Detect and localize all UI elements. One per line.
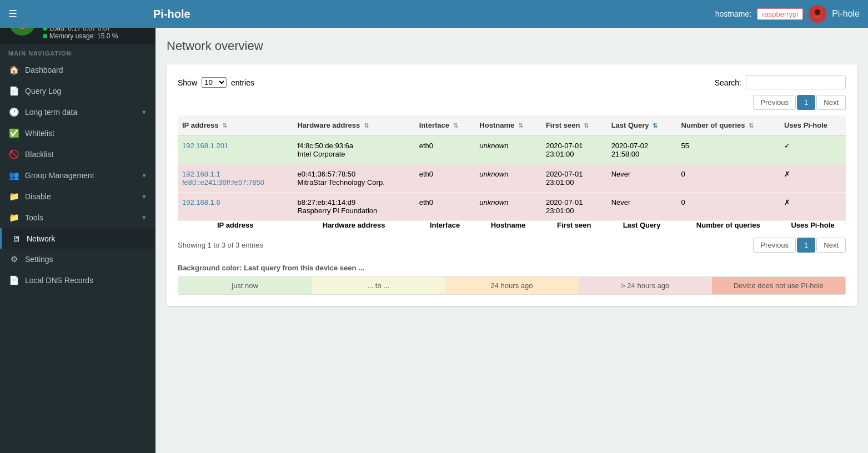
footer-col-numqueries: Number of queries <box>677 221 780 230</box>
nav-left: ☰ Pi-hole <box>8 8 190 21</box>
sidebar-item-querylog[interactable]: 📄 Query Log <box>0 80 155 102</box>
pihole-logo <box>809 5 826 23</box>
sidebar-item-tools[interactable]: 📁 Tools ▼ <box>0 207 155 228</box>
cell-hardware: b8:27:eb:41:14:d9Raspberry Pi Foundation <box>293 193 414 221</box>
footer-col-ip: IP address <box>178 221 293 230</box>
legend-item-24hplus: > 24 hours ago <box>579 277 712 294</box>
sidebar-item-localdns[interactable]: 📄 Local DNS Records <box>0 270 155 291</box>
sidebar-item-network[interactable]: 🖥 Network <box>0 228 155 249</box>
table-footer-row: IP address Hardware address Interface Ho… <box>178 221 846 230</box>
sidebar-item-label: Tools <box>25 213 136 222</box>
pagination-top: Previous 1 Next <box>753 95 846 110</box>
settings-icon: ⚙ <box>8 254 19 264</box>
cell-interface: eth0 <box>415 193 475 221</box>
page-1-button-top[interactable]: 1 <box>797 95 815 110</box>
sidebar-item-whitelist[interactable]: ✅ Whitelist <box>0 123 155 144</box>
sidebar: Status Active 💧 Temp: 49.2 °C Load: 0.17… <box>0 0 155 453</box>
cell-firstseen: 2020-07-0123:01:00 <box>541 193 607 221</box>
col-numqueries: Number of queries ⇅ <box>677 115 780 135</box>
cell-firstseen: 2020-07-0123:01:00 <box>541 164 607 193</box>
sidebar-item-label: Long term data <box>25 108 136 117</box>
cell-interface: eth0 <box>415 135 475 164</box>
previous-button-top[interactable]: Previous <box>753 95 796 110</box>
sidebar-item-label: Blacklist <box>25 150 147 159</box>
sidebar-item-groupmgmt[interactable]: 👥 Group Management ▼ <box>0 165 155 186</box>
cell-hostname: unknown <box>475 193 541 221</box>
sidebar-item-label: Network <box>27 234 147 243</box>
cell-firstseen: 2020-07-0123:01:00 <box>541 135 607 164</box>
next-button-top[interactable]: Next <box>816 95 846 110</box>
chevron-down-icon: ▼ <box>141 109 147 115</box>
sidebar-section-label: MAIN NAVIGATION <box>0 44 155 59</box>
footer-col-lastquery: Last Query <box>607 221 677 230</box>
cell-usespihole: ✗ <box>780 193 846 221</box>
sidebar-item-label: Query Log <box>25 87 147 95</box>
ip-link[interactable]: 192.168.1.6 <box>182 198 220 207</box>
querylog-icon: 📄 <box>8 86 19 96</box>
entries-label: entries <box>231 78 254 87</box>
network-card: Show 10 25 50 100 entries Search: Previo… <box>167 64 857 306</box>
page-1-button-bottom[interactable]: 1 <box>797 238 815 253</box>
ip-link[interactable]: 192.168.1.201 <box>182 142 228 150</box>
cell-usespihole: ✗ <box>780 164 846 193</box>
cell-hardware: f4:8c:50:de:93:6aIntel Corporate <box>293 135 414 164</box>
sort-icon-active: ⇅ <box>653 122 658 129</box>
group-icon: 👥 <box>8 170 19 180</box>
sidebar-item-blacklist[interactable]: 🚫 Blacklist <box>0 144 155 165</box>
search-input[interactable] <box>746 76 846 89</box>
sidebar-item-label: Group Management <box>25 171 136 180</box>
show-label: Show <box>178 78 197 87</box>
cell-ip: 192.168.1.1 fe80::e241:36ff:fe57:7850 <box>178 164 293 193</box>
col-hostname: Hostname ⇅ <box>475 115 541 135</box>
footer-col-interface: Interface <box>415 221 475 230</box>
app-name: Pi-hole <box>832 9 860 19</box>
show-entries-container: Show 10 25 50 100 entries <box>178 77 254 88</box>
legend-item-nopihole: Device does not use Pi-hole <box>712 277 845 294</box>
dashboard-icon: 🏠 <box>8 65 19 75</box>
sidebar-item-label: Local DNS Records <box>25 276 147 285</box>
cell-numqueries: 55 <box>677 135 780 164</box>
sidebar-item-label: Dashboard <box>25 66 147 74</box>
table-row: 192.168.1.6 b8:27:eb:41:14:d9Raspberry P… <box>178 193 846 221</box>
legend-items: just now ... to ... 24 hours ago > 24 ho… <box>178 276 846 295</box>
sort-icon: ⇅ <box>518 122 523 129</box>
table-header-row: IP address ⇅ Hardware address ⇅ Interfac… <box>178 115 846 135</box>
cell-lastquery: Never <box>607 164 677 193</box>
previous-button-bottom[interactable]: Previous <box>753 238 796 253</box>
network-icon: 🖥 <box>10 234 21 243</box>
footer-col-usespihole: Uses Pi-hole <box>780 221 846 230</box>
sidebar-item-settings[interactable]: ⚙ Settings <box>0 249 155 270</box>
status-memory-line: Memory usage: 15.0 % <box>43 32 123 40</box>
sidebar-item-longterm[interactable]: 🕐 Long term data ▼ <box>0 102 155 123</box>
search-container: Search: <box>715 76 846 89</box>
cell-interface: eth0 <box>415 164 475 193</box>
cell-lastquery: Never <box>607 193 677 221</box>
ip-link2[interactable]: fe80::e241:36ff:fe57:7850 <box>182 178 264 187</box>
next-button-bottom[interactable]: Next <box>816 238 846 253</box>
sidebar-item-disable[interactable]: 📁 Disable ▼ <box>0 186 155 207</box>
chevron-down-icon: ▼ <box>141 214 147 221</box>
col-firstseen: First seen ⇅ <box>541 115 607 135</box>
cell-numqueries: 0 <box>677 193 780 221</box>
cell-hostname: unknown <box>475 164 541 193</box>
legend-title: Background color: Last query from this d… <box>178 264 846 272</box>
table-row: 192.168.1.1 fe80::e241:36ff:fe57:7850 e0… <box>178 164 846 193</box>
ip-link[interactable]: 192.168.1.1 <box>182 170 220 178</box>
sort-icon: ⇅ <box>453 122 458 129</box>
table-row: 192.168.1.201 f4:8c:50:de:93:6aIntel Cor… <box>178 135 846 164</box>
sidebar-item-dashboard[interactable]: 🏠 Dashboard <box>0 59 155 80</box>
entries-select[interactable]: 10 25 50 100 <box>202 77 227 88</box>
table-footer: Showing 1 to 3 of 3 entries Previous 1 N… <box>178 238 846 253</box>
page-title: Network overview <box>167 39 857 53</box>
col-lastquery: Last Query ⇅ <box>607 115 677 135</box>
pagination-bottom: Previous 1 Next <box>753 238 846 253</box>
hamburger-icon[interactable]: ☰ <box>8 8 17 20</box>
main-content: Network overview Show 10 25 50 100 entri… <box>155 28 868 453</box>
cell-hardware: e0:41:36:57:78:50MitraStar Technology Co… <box>293 164 414 193</box>
nav-right: hostname: raspberrypi Pi-hole <box>715 5 860 23</box>
legend-item-to: ... to ... <box>312 277 445 294</box>
footer-col-hardware: Hardware address <box>293 221 414 230</box>
legend-item-justnow: just now <box>178 277 312 294</box>
col-ip: IP address ⇅ <box>178 115 293 135</box>
hostname-value: raspberrypi <box>757 8 803 20</box>
